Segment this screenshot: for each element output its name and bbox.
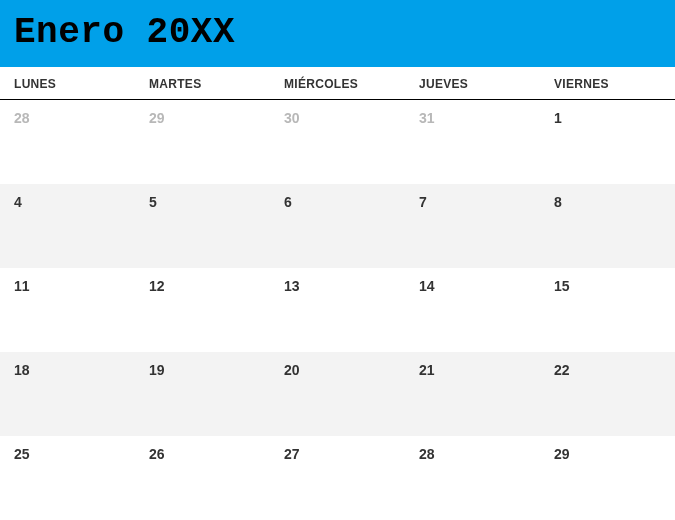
calendar-header: Enero 20XX: [0, 0, 675, 67]
day-cell: 29: [135, 100, 270, 184]
day-cell: 27: [270, 436, 405, 520]
day-cell: 6: [270, 184, 405, 268]
day-header: MARTES: [135, 77, 270, 91]
day-cell: 31: [405, 100, 540, 184]
week-row: 45678: [0, 184, 675, 268]
day-cell: 14: [405, 268, 540, 352]
day-cell: 4: [0, 184, 135, 268]
week-row: 2526272829: [0, 436, 675, 520]
day-cell: 20: [270, 352, 405, 436]
day-cell: 29: [540, 436, 675, 520]
week-row: 1819202122: [0, 352, 675, 436]
day-cell: 25: [0, 436, 135, 520]
day-cell: 28: [405, 436, 540, 520]
calendar-grid: LUNES MARTES MIÉRCOLES JUEVES VIERNES 28…: [0, 67, 675, 520]
day-cell: 26: [135, 436, 270, 520]
day-cell: 18: [0, 352, 135, 436]
day-header: LUNES: [0, 77, 135, 91]
week-row: 282930311: [0, 100, 675, 184]
day-cell: 1: [540, 100, 675, 184]
day-cell: 8: [540, 184, 675, 268]
day-header: JUEVES: [405, 77, 540, 91]
day-cell: 21: [405, 352, 540, 436]
day-cell: 12: [135, 268, 270, 352]
day-cell: 15: [540, 268, 675, 352]
day-headers-row: LUNES MARTES MIÉRCOLES JUEVES VIERNES: [0, 67, 675, 100]
day-cell: 22: [540, 352, 675, 436]
day-cell: 13: [270, 268, 405, 352]
day-cell: 19: [135, 352, 270, 436]
day-cell: 28: [0, 100, 135, 184]
week-row: 1112131415: [0, 268, 675, 352]
day-cell: 30: [270, 100, 405, 184]
page-title: Enero 20XX: [14, 12, 661, 53]
weeks-container: 2829303114567811121314151819202122252627…: [0, 100, 675, 520]
day-cell: 5: [135, 184, 270, 268]
day-cell: 11: [0, 268, 135, 352]
day-header: VIERNES: [540, 77, 675, 91]
day-header: MIÉRCOLES: [270, 77, 405, 91]
day-cell: 7: [405, 184, 540, 268]
